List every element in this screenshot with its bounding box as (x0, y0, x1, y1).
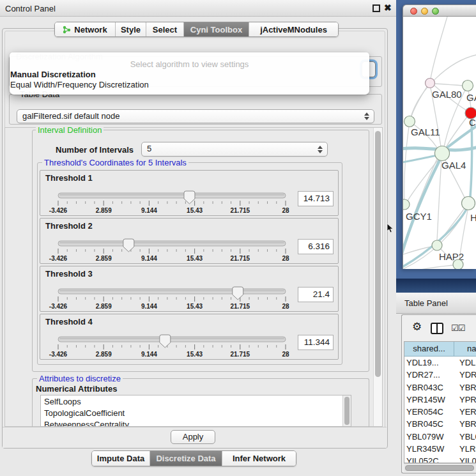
threshold-3-value-field[interactable]: 21.4 (298, 287, 334, 302)
svg-text:21.715: 21.715 (231, 303, 250, 310)
cell-shared-name: YLR345W (404, 443, 454, 455)
tab-network[interactable]: Network (55, 22, 115, 36)
attributes-group-title: Attributes to discretize (37, 374, 123, 383)
network-node[interactable] (462, 197, 475, 210)
slider-thumb[interactable] (123, 239, 134, 252)
gear-icon[interactable]: ⚙ (412, 321, 422, 332)
svg-text:28: 28 (282, 207, 289, 214)
svg-text:28: 28 (282, 255, 289, 262)
threshold-4-panel: Threshold 4 -3.4262.8599.14415.4321.7152… (40, 314, 339, 360)
cell-shared-name: YIL052C (404, 455, 454, 463)
table-row[interactable]: YLR345WYLR3 (404, 443, 476, 455)
attribute-list-item[interactable]: BetweennessCentrality (41, 418, 351, 427)
svg-text:9.144: 9.144 (141, 351, 157, 358)
tab-select[interactable]: Select (146, 22, 183, 36)
network-node[interactable] (403, 199, 410, 210)
threshold-2-slider[interactable]: -3.4262.8599.14415.4321.71528 (45, 234, 301, 263)
network-node-label: GA (466, 92, 476, 103)
threshold-2-panel: Threshold 2 -3.4262.8599.14415.4321.7152… (40, 218, 339, 264)
scrollbar-thumb[interactable] (405, 465, 474, 471)
settings-vertical-scrollbar[interactable] (373, 128, 382, 426)
svg-text:28: 28 (282, 303, 289, 310)
cell-shared-name: YER054C (404, 406, 454, 418)
number-of-intervals-label: Number of Intervals (56, 145, 134, 155)
algorithm-option-equal-width[interactable]: Equal Width/Frequency Discretization (10, 80, 149, 89)
columns-icon[interactable] (431, 323, 443, 334)
tab-impute-data[interactable]: Impute Data (92, 451, 150, 466)
tab-discretize-data[interactable]: Discretize Data (150, 451, 222, 466)
network-node[interactable] (463, 81, 473, 91)
threshold-1-slider[interactable]: -3.4262.8599.14415.4321.71528 (45, 186, 301, 215)
tab-infer-network[interactable]: Infer Network (222, 451, 296, 466)
network-node-label: H (470, 212, 476, 223)
tab-jactivemnodules[interactable]: jActiveMNodules (249, 22, 338, 36)
numerical-attributes-list[interactable]: SelfLoopsTopologicalCoefficientBetweenne… (40, 395, 351, 427)
table-row[interactable]: YBR043CYBR0 (404, 381, 476, 394)
network-node[interactable] (426, 79, 435, 88)
cell-name: YBL0 (454, 431, 476, 443)
network-node[interactable] (432, 240, 442, 250)
minimize-traffic-light-icon[interactable] (421, 8, 428, 15)
threshold-4-slider[interactable]: -3.4262.8599.14415.4321.71528 (45, 330, 301, 359)
tab-label: Network (74, 25, 107, 35)
algorithm-option-manual[interactable]: Manual Discretization (10, 70, 96, 79)
network-node[interactable] (453, 259, 463, 269)
table-row[interactable]: YIL052CYIL0 (404, 455, 476, 463)
table-row[interactable]: YPR145WYPR1 (404, 394, 476, 406)
svg-text:28: 28 (282, 351, 289, 358)
svg-text:15.43: 15.43 (187, 207, 203, 214)
threshold-1-panel: Threshold 1 -3.4262.8599.14415.4321.7152… (40, 170, 339, 216)
svg-text:15.43: 15.43 (187, 351, 203, 358)
svg-text:21.715: 21.715 (231, 207, 250, 214)
number-of-intervals-select[interactable]: 5 (141, 142, 328, 157)
cyni-mode-tabbar: Impute Data Discretize Data Infer Networ… (91, 450, 296, 466)
scrollbar-thumb[interactable] (375, 131, 381, 377)
threshold-4-value-field[interactable]: 11.344 (298, 335, 334, 350)
stepper-icons (318, 146, 323, 153)
table-row[interactable]: YDR27...YDR2 (404, 369, 476, 381)
threshold-3-slider[interactable]: -3.4262.8599.14415.4321.71528 (45, 282, 301, 311)
svg-text:2.859: 2.859 (96, 255, 112, 262)
tab-style[interactable]: Style (115, 22, 146, 36)
table-row[interactable]: YBL079WYBL0 (404, 431, 476, 443)
threshold-1-value-field[interactable]: 14.713 (298, 191, 334, 206)
checkbox-icons[interactable]: ☑☑ (451, 323, 464, 333)
svg-text:15.43: 15.43 (187, 255, 203, 262)
column-header-shared-name[interactable]: shared... (404, 342, 454, 357)
mouse-cursor (387, 224, 394, 236)
network-canvas[interactable]: GAL80GACGAL11GAL4GCY1HHAP2 (403, 17, 476, 269)
network-icon (63, 26, 71, 34)
slider-thumb[interactable] (233, 287, 243, 300)
column-header-name[interactable]: na (454, 342, 476, 357)
apply-button[interactable]: Apply (171, 430, 215, 444)
window-title: Control Panel (5, 4, 56, 13)
table-data-select[interactable]: galFiltered.sif default node (17, 109, 374, 123)
table-row[interactable]: YDL19...YDL1 (404, 357, 476, 369)
network-window-titlebar[interactable] (403, 4, 476, 17)
close-icon[interactable]: ✖ (384, 3, 392, 13)
tab-cyni-toolbox[interactable]: Cyni Toolbox (183, 22, 249, 36)
close-traffic-light-icon[interactable] (410, 8, 417, 15)
attribute-list-item[interactable]: SelfLoops (41, 395, 351, 407)
attributes-list-scrollbar[interactable] (342, 395, 351, 426)
zoom-traffic-light-icon[interactable] (432, 8, 439, 15)
cell-shared-name: YBR043C (404, 381, 454, 394)
network-node-label: GAL11 (411, 127, 440, 137)
network-node-label: GAL80 (432, 89, 462, 100)
table-row[interactable]: YER054CYER0 (404, 406, 476, 418)
network-edge (446, 117, 467, 148)
threshold-2-value-field[interactable]: 6.316 (298, 239, 334, 254)
network-edge (431, 17, 447, 79)
table-row[interactable]: YBR045CYBR0 (404, 418, 476, 430)
network-node[interactable] (404, 116, 415, 127)
svg-text:21.715: 21.715 (231, 255, 250, 262)
network-view-window: GAL80GACGAL11GAL4GCY1HHAP2 (403, 4, 476, 269)
network-edge (403, 247, 432, 257)
numerical-attributes-label: Numerical Attributes (36, 384, 117, 394)
attribute-list-item[interactable]: TopologicalCoefficient (41, 407, 351, 418)
slider-thumb[interactable] (160, 335, 171, 348)
table-horizontal-scrollbar[interactable] (404, 463, 476, 472)
network-node[interactable] (435, 146, 450, 161)
float-window-icon[interactable] (372, 4, 380, 12)
network-edge (403, 155, 437, 164)
